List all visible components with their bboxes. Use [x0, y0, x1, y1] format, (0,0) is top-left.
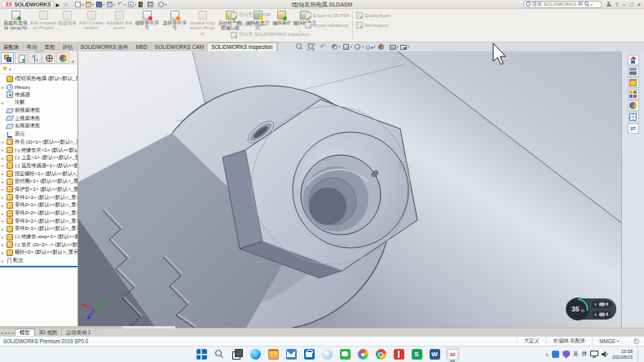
dropdown-caret-icon[interactable]: ▾ — [103, 2, 104, 7]
tab-configuration-manager[interactable] — [29, 52, 42, 64]
graphics-viewport[interactable]: 35 % — [78, 51, 621, 328]
dropdown-caret-icon[interactable]: ▾ — [113, 2, 115, 7]
heads-up-button[interactable]: ▾ — [366, 43, 376, 51]
expand-arrow-icon[interactable]: ▸ — [2, 258, 7, 263]
solidworks-icon[interactable]: ЗS — [446, 347, 460, 361]
ime-mode-indicator[interactable]: 拼 — [582, 351, 588, 358]
ribbon-button[interactable]: Add Characteristic — [77, 10, 105, 42]
document-tab[interactable]: 模型 — [15, 329, 35, 336]
tab-display-manager[interactable] — [56, 52, 69, 64]
dropdown-caret-icon[interactable]: ▾ — [124, 2, 126, 7]
file-explorer-icon[interactable] — [267, 347, 280, 361]
quick-access-button[interactable]: ▾ — [86, 2, 94, 7]
command-tab[interactable]: 评估 — [60, 42, 77, 51]
heads-up-button[interactable]: ▾ — [296, 43, 306, 51]
menu-expand-arrow-icon[interactable]: ▶ — [55, 2, 60, 7]
tree-item[interactable]: ▸ (-) 绝缘垫.step<1> (默认<<默认>_ — [0, 233, 77, 241]
tree-item[interactable]: ▸ 零件2<2> (默认<<默认>_显示状态 — [0, 210, 77, 218]
tree-split-bar[interactable] — [0, 266, 77, 267]
login-user-icon[interactable] — [607, 2, 611, 7]
tree-item[interactable]: ▸ 螺栓<2> (默认<<默认>_显示状态 — [0, 249, 77, 257]
tab-property-manager[interactable] — [15, 52, 28, 64]
search-caret-icon[interactable]: ▾ — [591, 2, 593, 7]
dropdown-caret-icon[interactable]: ▾ — [408, 45, 409, 49]
chat-icon[interactable] — [338, 347, 352, 361]
tab-scroll-arrows[interactable]: ◂ ▸ — [71, 59, 73, 64]
quick-access-button[interactable]: ⌂ ▾ — [64, 2, 73, 7]
show-desktop-button[interactable] — [637, 347, 640, 362]
quick-access-button[interactable]: ▾ — [148, 2, 156, 7]
monitor-icon[interactable] — [590, 351, 598, 358]
tree-item[interactable]: ▸ 零件3<1> (默认<<默认>_显示状态 — [0, 217, 77, 225]
tree-item[interactable]: ▸ History — [0, 83, 77, 91]
tree-item[interactable]: ▸ t型铠装热电偶 (默认<默认_显示状态-1> — [0, 75, 77, 83]
ribbon-menu-item[interactable]: 导出至 2D PDF — [231, 11, 309, 19]
ribbon-button[interactable]: Update Inspection Project — [188, 10, 216, 42]
task-pane-tab[interactable] — [628, 89, 639, 99]
command-tab[interactable]: SOLIDWORKS 插件 — [77, 42, 133, 51]
dropdown-caret-icon[interactable]: ▾ — [82, 2, 83, 7]
ribbon-button[interactable]: 新建检查项目 (amp;N) — [2, 10, 29, 42]
ribbon-menu-item[interactable]: QualityXpert — [356, 11, 390, 19]
heads-up-button[interactable]: ▾ — [307, 43, 317, 51]
ribbon-menu-item[interactable]: Export eDrawing — [305, 21, 350, 29]
start-button[interactable] — [195, 347, 209, 361]
task-pane-tab[interactable] — [628, 66, 639, 77]
heads-up-button[interactable]: ▾ — [389, 43, 399, 51]
quick-access-button[interactable]: ▾ — [158, 2, 166, 7]
tree-item[interactable]: ▸ (-) 温度传感器<1> (默认<<默认>_显 — [0, 162, 77, 170]
tree-item[interactable]: ▸ 注解 — [0, 99, 77, 107]
tree-item[interactable]: ▸ 零件1<1> (默认<<默认>_显示状态 — [0, 193, 77, 201]
search-icon[interactable] — [584, 2, 589, 7]
document-tab[interactable]: 3D 视图 — [35, 329, 62, 336]
panel-splitter-handle[interactable] — [34, 50, 44, 52]
units-selector[interactable]: MMGS ▾ — [592, 337, 625, 346]
tree-item[interactable]: ▸ 零件5<1> (默认<<默认>_显示状态 — [0, 225, 77, 233]
tree-item[interactable]: ▸ (-) 垫片 (2)<2> -> (默认<<默认>_显 — [0, 241, 77, 249]
task-pane-tab[interactable]: ⇄ — [628, 123, 639, 134]
heads-up-button[interactable]: ▾ — [400, 44, 409, 50]
dropdown-caret-icon[interactable]: ▾ — [351, 45, 352, 49]
quick-access-button[interactable]: ▾ — [139, 2, 145, 7]
reader-icon[interactable] — [392, 347, 406, 361]
tree-item[interactable]: ▸ 上视基准面 — [0, 114, 77, 122]
heads-up-button[interactable]: ▾ — [354, 43, 364, 51]
task-view-button[interactable] — [231, 347, 245, 361]
tree-item[interactable]: ▸ 固定螺栓<1> (默认<<默认>_显示状 — [0, 170, 77, 178]
tree-item[interactable]: ▸ 右视基准面 — [0, 122, 77, 130]
restore-button[interactable]: □ — [630, 1, 633, 8]
dropdown-caret-icon[interactable]: ▾ — [362, 45, 364, 49]
clock[interactable]: 15:58 2022/8/15 — [612, 349, 633, 360]
ribbon-button[interactable]: 移除零件序号 — [133, 10, 161, 42]
tree-item[interactable]: ▸ 外壳 (2)<1> (默认<<默认>_显示状态 — [0, 139, 77, 147]
quick-access-button[interactable]: ▾ — [107, 2, 115, 7]
task-pane-tab[interactable] — [628, 77, 639, 88]
tab-feature-tree[interactable] — [1, 52, 14, 64]
ime-language-indicator[interactable]: 英 — [573, 351, 579, 358]
ribbon-button[interactable]: Add/Edit Balloons — [105, 10, 133, 42]
tree-item[interactable]: ▸ 密封圈<1> (默认<<默认>_显示状态 — [0, 178, 77, 186]
wps-icon[interactable]: S — [410, 347, 424, 361]
filter-funnel-icon[interactable] — [2, 67, 7, 71]
dropdown-caret-icon[interactable]: ▾ — [92, 2, 94, 7]
task-pane-tab[interactable] — [628, 112, 639, 122]
security-shield-icon[interactable] — [562, 351, 570, 359]
task-pane-tab[interactable] — [628, 55, 639, 65]
status-options-icon[interactable] — [633, 338, 639, 344]
dropdown-caret-icon[interactable]: ▾ — [373, 45, 375, 49]
mail-icon[interactable] — [285, 347, 298, 361]
help-search-box[interactable]: ▾ — [523, 1, 602, 8]
horizontal-scrollbar[interactable] — [0, 326, 175, 329]
dropdown-caret-icon[interactable]: ▾ — [397, 45, 399, 49]
ribbon-menu-item[interactable]: Export to 3D PDF — [305, 11, 350, 19]
minimize-button[interactable]: – — [623, 1, 626, 8]
quick-access-button[interactable]: ↖ ▾ — [128, 2, 136, 7]
help-button[interactable]: ? — [615, 1, 619, 8]
ribbon-button[interactable]: 新建模板 — [57, 10, 77, 42]
quick-access-button[interactable]: ▾ — [96, 2, 104, 7]
hidden-icons-chevron[interactable]: ∧ — [545, 351, 549, 357]
dropdown-caret-icon[interactable]: ▾ — [165, 2, 166, 7]
photos-icon[interactable] — [356, 347, 370, 361]
tree-item[interactable]: ▸ 零件2<1> (默认<<默认>_显示状态 — [0, 201, 77, 210]
close-button[interactable]: × — [637, 1, 641, 8]
